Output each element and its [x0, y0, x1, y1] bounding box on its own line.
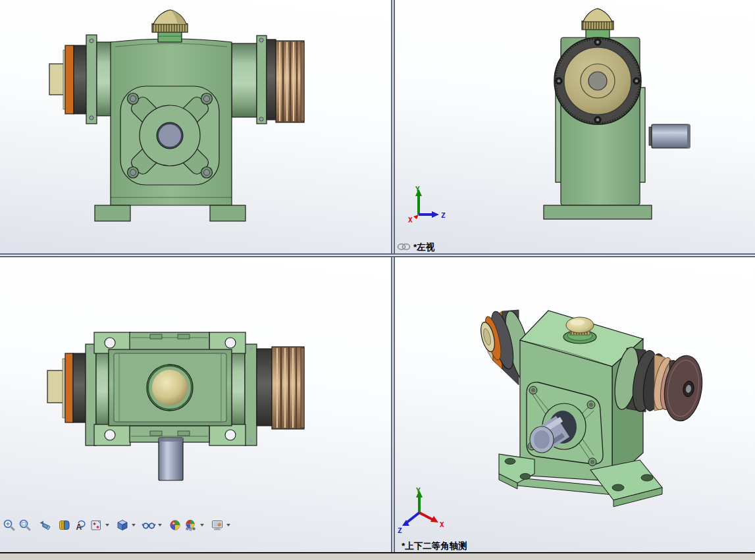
axis-y-label: Y [415, 185, 420, 193]
front-pulley [232, 36, 304, 124]
front-breather-cap [152, 10, 188, 42]
axis-x-label: X [408, 216, 413, 224]
left-breather-cap [582, 9, 613, 38]
section-view-icon[interactable] [57, 518, 72, 532]
axis-x-label: X [440, 521, 444, 529]
viewport-divider-horizontal[interactable] [0, 253, 755, 257]
zoom-to-fit-icon[interactable] [2, 518, 16, 532]
cad-multiview-window: Y Z X *左视 [0, 0, 755, 560]
front-input-coupling [49, 35, 112, 124]
previous-view-icon[interactable] [38, 518, 52, 532]
status-bar [0, 553, 755, 560]
left-view-triad: Y Z X [408, 185, 446, 224]
view-label-dimetric: *上下二等角轴测 [402, 541, 467, 551]
zoom-to-area-icon[interactable] [18, 518, 32, 532]
display-style-dropdown[interactable] [130, 518, 137, 532]
view-label-left: *左视 [413, 242, 435, 252]
view-settings-icon[interactable] [210, 518, 224, 532]
top-view-model[interactable] [0, 257, 391, 552]
axis-y-label: Y [416, 486, 421, 495]
rotate-view-icon[interactable]: A [73, 518, 88, 532]
left-view-model[interactable]: Y Z X *左视 [395, 0, 755, 253]
link-icon [398, 244, 410, 249]
dimetric-view-model[interactable]: Y X Z *上下二等角轴测 [395, 257, 755, 552]
dimetric-view-annotation: *上下二等角轴测 [402, 541, 467, 551]
apply-scene-icon[interactable] [184, 518, 198, 532]
view-orientation-icon[interactable] [89, 518, 103, 532]
left-output-shaft [649, 124, 690, 148]
left-bearing-cover [554, 38, 641, 124]
front-cover-plate [120, 86, 219, 185]
viewport-dimetric[interactable]: Y X Z *上下二等角轴测 [395, 257, 755, 552]
top-output-shaft [159, 438, 183, 480]
viewport-divider-vertical[interactable] [391, 0, 395, 552]
viewport-front[interactable] [0, 0, 391, 253]
viewport-left[interactable]: Y Z X *左视 [395, 0, 755, 253]
view-orientation-dropdown[interactable] [104, 518, 111, 532]
hide-show-items-icon[interactable] [142, 518, 156, 532]
viewport-top[interactable]: A [0, 257, 391, 552]
edit-appearance-icon[interactable] [168, 518, 182, 532]
view-settings-dropdown[interactable] [225, 518, 232, 532]
axis-z-label: Z [441, 211, 446, 220]
front-view-model[interactable] [0, 0, 391, 253]
dimetric-view-triad: Y X Z [398, 486, 444, 535]
left-view-annotation: *左视 [398, 242, 435, 252]
top-breather-dome [147, 365, 193, 411]
hide-show-items-dropdown[interactable] [157, 518, 163, 532]
heads-up-view-toolbar: A [1, 517, 232, 534]
apply-scene-dropdown[interactable] [199, 518, 205, 532]
display-style-icon[interactable] [115, 518, 130, 532]
axis-z-label: Z [398, 526, 402, 535]
